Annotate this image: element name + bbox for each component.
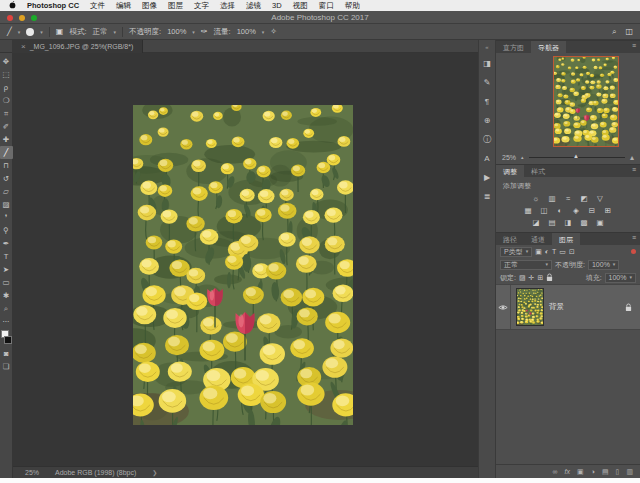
- layers-tab-路径[interactable]: 路径: [496, 233, 524, 245]
- menu-item-窗口[interactable]: 窗口: [319, 1, 334, 11]
- vibrance-icon[interactable]: ▽: [594, 193, 606, 204]
- new-group-icon[interactable]: ▤: [602, 468, 609, 476]
- delete-layer-icon[interactable]: ▥: [626, 468, 633, 476]
- marquee-tool[interactable]: ⬚: [0, 68, 13, 81]
- character-panel-icon[interactable]: A: [484, 154, 489, 163]
- gradient-tool[interactable]: ▨: [0, 198, 13, 211]
- libraries-panel-icon[interactable]: ◨: [483, 59, 491, 68]
- search-icon[interactable]: ⌕: [612, 27, 616, 37]
- dodge-tool[interactable]: ⚲: [0, 224, 13, 237]
- zoom-tool[interactable]: ⌕: [0, 302, 13, 315]
- photo-filter-icon[interactable]: ◈: [570, 205, 582, 216]
- status-options-chevron-icon[interactable]: ❯: [152, 469, 157, 476]
- brush-panel-toggle-icon[interactable]: ▣: [56, 27, 64, 36]
- layer-filtering-toggle[interactable]: [631, 249, 636, 254]
- hand-tool[interactable]: ✱: [0, 289, 13, 302]
- selective-color-icon[interactable]: ▣: [594, 217, 606, 228]
- crop-tool[interactable]: ⌗: [0, 107, 13, 120]
- layers-panel-menu-icon[interactable]: ≡: [632, 233, 640, 245]
- brush-preset-preview[interactable]: [26, 28, 34, 36]
- menu-item-图层[interactable]: 图层: [168, 1, 183, 11]
- color-lookup-icon[interactable]: ⊞: [602, 205, 614, 216]
- close-document-icon[interactable]: ×: [21, 42, 26, 51]
- layer-row-background[interactable]: 背景: [496, 284, 640, 330]
- new-layer-icon[interactable]: ▯: [616, 468, 620, 476]
- invert-icon[interactable]: ◪: [530, 217, 542, 228]
- actions-panel-icon[interactable]: ▶: [484, 173, 490, 182]
- layers-tab-通道[interactable]: 通道: [524, 233, 552, 245]
- flow-caret-icon[interactable]: ▾: [262, 29, 265, 35]
- opacity-caret-icon[interactable]: ▾: [192, 29, 195, 35]
- tool-preset-caret-icon[interactable]: ▾: [18, 29, 21, 35]
- paragraph-panel-icon[interactable]: ¶: [485, 97, 489, 106]
- glyphs-panel-icon[interactable]: ⊕: [484, 116, 491, 125]
- airbrush-icon[interactable]: ✧: [270, 27, 277, 36]
- menu-item-选择[interactable]: 选择: [220, 1, 235, 11]
- history-brush-tool[interactable]: ↺: [0, 172, 13, 185]
- layer-thumbnail[interactable]: [517, 289, 543, 325]
- properties-panel-icon[interactable]: ✎: [484, 78, 491, 87]
- gradient-map-icon[interactable]: ▩: [578, 217, 590, 228]
- posterize-icon[interactable]: ▤: [546, 217, 558, 228]
- adjustments-tab-样式[interactable]: 样式: [524, 165, 552, 177]
- brush-tool[interactable]: ╱: [0, 146, 13, 159]
- lock-position-icon[interactable]: ✛: [529, 274, 535, 282]
- lock-transparency-icon[interactable]: ▨: [519, 274, 526, 282]
- navigator-tab-导航器[interactable]: 导航器: [531, 41, 566, 53]
- color-swatches[interactable]: [0, 330, 13, 347]
- layer-effects-icon[interactable]: fx: [565, 468, 570, 475]
- quick-mask-toggle[interactable]: ◙: [0, 347, 13, 360]
- zoom-slider-handle[interactable]: ▲: [573, 153, 579, 159]
- shape-tool[interactable]: ▭: [0, 276, 13, 289]
- toolbar-ellipsis[interactable]: ⋯: [0, 315, 13, 328]
- layers-tab-图层[interactable]: 图层: [552, 233, 580, 245]
- color-balance-icon[interactable]: ◫: [538, 205, 550, 216]
- curves-icon[interactable]: ≈: [562, 193, 574, 204]
- menu-item-视图[interactable]: 视图: [293, 1, 308, 11]
- new-adjustment-layer-icon[interactable]: ◑: [591, 468, 595, 475]
- zoom-in-icon[interactable]: ▴: [630, 153, 634, 162]
- filter-adjustment-layers-icon[interactable]: ◐: [545, 248, 549, 256]
- menu-item-文字[interactable]: 文字: [194, 1, 209, 11]
- filter-type-layers-icon[interactable]: T: [552, 248, 556, 256]
- menu-item-图像[interactable]: 图像: [142, 1, 157, 11]
- eyedropper-tool[interactable]: ✐: [0, 120, 13, 133]
- status-zoom-field[interactable]: 25%: [25, 469, 39, 476]
- layer-fill-select[interactable]: 100%▾: [605, 273, 636, 283]
- document-tab[interactable]: × _MG_1096.JPG @ 25%(RGB/8*): [12, 40, 143, 53]
- navigator-panel-menu-icon[interactable]: ≡: [632, 41, 640, 53]
- layer-filter-kind-select[interactable]: P类型▾: [500, 247, 532, 257]
- mode-select[interactable]: 正常: [93, 27, 108, 37]
- workspace-switcher-icon[interactable]: ◫: [625, 27, 633, 36]
- apple-menu-icon[interactable]: [9, 0, 16, 11]
- eraser-tool[interactable]: ▱: [0, 185, 13, 198]
- clone-stamp-tool[interactable]: ⊓: [0, 159, 13, 172]
- lasso-tool[interactable]: ρ: [0, 81, 13, 94]
- adjustments-panel-menu-icon[interactable]: ≡: [632, 165, 640, 177]
- flow-value[interactable]: 100%: [237, 27, 256, 36]
- expand-panels-icon[interactable]: «: [485, 44, 488, 50]
- filter-smart-objects-icon[interactable]: ⊡: [569, 248, 575, 256]
- screen-mode-toggle[interactable]: ❏: [0, 360, 13, 373]
- blur-tool[interactable]: ❜: [0, 211, 13, 224]
- brush-preset-caret-icon[interactable]: ▾: [40, 29, 43, 35]
- channel-mixer-icon[interactable]: ⊟: [586, 205, 598, 216]
- quick-selection-tool[interactable]: ❍: [0, 94, 13, 107]
- layer-visibility-toggle[interactable]: [496, 285, 511, 329]
- hue-saturation-icon[interactable]: ▦: [522, 205, 534, 216]
- threshold-icon[interactable]: ◨: [562, 217, 574, 228]
- healing-brush-tool[interactable]: ✚: [0, 133, 13, 146]
- adjustments-tab-调整[interactable]: 调整: [496, 165, 524, 177]
- navigator-zoom-value[interactable]: 25%: [502, 154, 516, 161]
- menu-item-编辑[interactable]: 编辑: [116, 1, 131, 11]
- lock-artboard-icon[interactable]: ⊞: [537, 274, 543, 282]
- pressure-opacity-icon[interactable]: ✑: [201, 27, 208, 36]
- navigator-zoom-slider[interactable]: ▲: [529, 157, 625, 158]
- brightness-contrast-icon[interactable]: ☼: [530, 193, 542, 204]
- path-selection-tool[interactable]: ➤: [0, 263, 13, 276]
- info-panel-icon[interactable]: ⓘ: [483, 135, 491, 144]
- menu-item-帮助[interactable]: 帮助: [345, 1, 360, 11]
- opacity-value[interactable]: 100%: [167, 27, 186, 36]
- exposure-icon[interactable]: ◩: [578, 193, 590, 204]
- background-color-swatch[interactable]: [4, 336, 12, 344]
